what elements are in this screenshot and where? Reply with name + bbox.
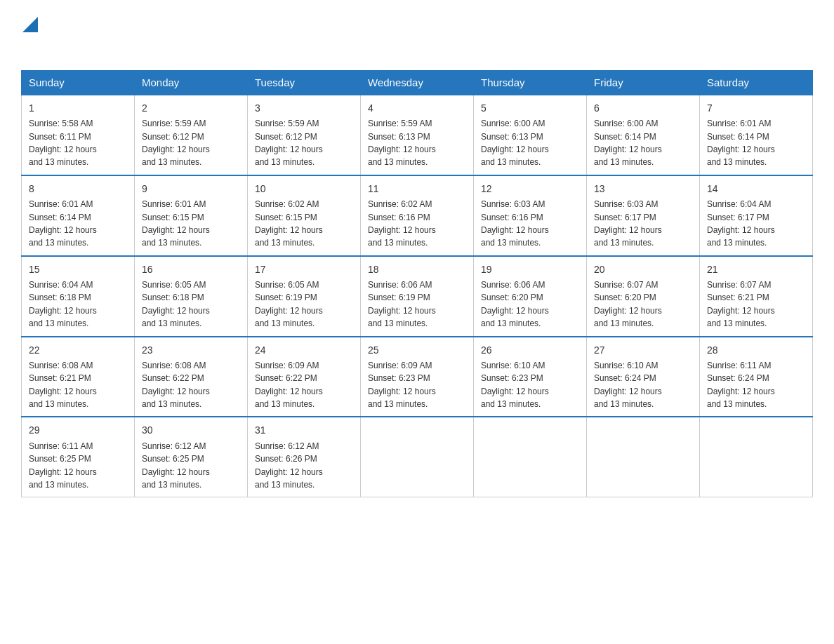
- calendar-cell: 31Sunrise: 6:12 AMSunset: 6:26 PMDayligh…: [248, 417, 361, 497]
- day-number: 1: [29, 101, 127, 115]
- calendar-table: SundayMondayTuesdayWednesdayThursdayFrid…: [21, 70, 813, 497]
- day-info: Sunrise: 6:05 AMSunset: 6:19 PMDaylight:…: [255, 280, 323, 328]
- day-info: Sunrise: 6:12 AMSunset: 6:25 PMDaylight:…: [142, 441, 210, 490]
- calendar-cell: 29Sunrise: 6:11 AMSunset: 6:25 PMDayligh…: [22, 417, 135, 497]
- logo: [21, 14, 38, 56]
- day-number: 7: [707, 101, 805, 115]
- day-number: 3: [255, 101, 353, 115]
- day-number: 15: [29, 262, 127, 276]
- day-number: 6: [594, 101, 692, 115]
- day-number: 4: [368, 101, 466, 115]
- header-thursday: Thursday: [474, 71, 587, 95]
- day-info: Sunrise: 6:03 AMSunset: 6:17 PMDaylight:…: [594, 199, 662, 248]
- day-info: Sunrise: 6:01 AMSunset: 6:14 PMDaylight:…: [29, 199, 97, 248]
- day-info: Sunrise: 6:12 AMSunset: 6:26 PMDaylight:…: [255, 441, 323, 490]
- day-info: Sunrise: 6:04 AMSunset: 6:18 PMDaylight:…: [29, 280, 97, 328]
- day-info: Sunrise: 6:05 AMSunset: 6:18 PMDaylight:…: [142, 280, 210, 328]
- calendar-cell: 17Sunrise: 6:05 AMSunset: 6:19 PMDayligh…: [248, 256, 361, 337]
- day-info: Sunrise: 6:08 AMSunset: 6:21 PMDaylight:…: [29, 361, 97, 409]
- header-sunday: Sunday: [22, 71, 135, 95]
- calendar-cell: 5Sunrise: 6:00 AMSunset: 6:13 PMDaylight…: [474, 95, 587, 175]
- page-header: [21, 14, 813, 56]
- day-number: 5: [481, 101, 579, 115]
- day-info: Sunrise: 6:02 AMSunset: 6:15 PMDaylight:…: [255, 199, 323, 248]
- day-number: 25: [368, 343, 466, 357]
- day-number: 10: [255, 182, 353, 196]
- calendar-week-row: 1Sunrise: 5:58 AMSunset: 6:11 PMDaylight…: [22, 95, 813, 175]
- calendar-cell: 12Sunrise: 6:03 AMSunset: 6:16 PMDayligh…: [474, 175, 587, 256]
- day-number: 22: [29, 343, 127, 357]
- header-tuesday: Tuesday: [248, 71, 361, 95]
- calendar-cell: 1Sunrise: 5:58 AMSunset: 6:11 PMDaylight…: [22, 95, 135, 175]
- day-number: 11: [368, 182, 466, 196]
- day-number: 21: [707, 262, 805, 276]
- day-info: Sunrise: 6:06 AMSunset: 6:20 PMDaylight:…: [481, 280, 549, 328]
- day-info: Sunrise: 5:59 AMSunset: 6:12 PMDaylight:…: [142, 119, 210, 167]
- day-number: 28: [707, 343, 805, 357]
- calendar-week-row: 8Sunrise: 6:01 AMSunset: 6:14 PMDaylight…: [22, 175, 813, 256]
- calendar-cell: [474, 417, 587, 497]
- day-info: Sunrise: 6:00 AMSunset: 6:13 PMDaylight:…: [481, 119, 549, 167]
- calendar-cell: 11Sunrise: 6:02 AMSunset: 6:16 PMDayligh…: [361, 175, 474, 256]
- day-info: Sunrise: 6:10 AMSunset: 6:23 PMDaylight:…: [481, 361, 549, 409]
- day-number: 24: [255, 343, 353, 357]
- calendar-cell: 26Sunrise: 6:10 AMSunset: 6:23 PMDayligh…: [474, 337, 587, 417]
- day-info: Sunrise: 5:59 AMSunset: 6:13 PMDaylight:…: [368, 119, 436, 167]
- calendar-cell: 18Sunrise: 6:06 AMSunset: 6:19 PMDayligh…: [361, 256, 474, 337]
- day-info: Sunrise: 6:07 AMSunset: 6:20 PMDaylight:…: [594, 280, 662, 328]
- day-info: Sunrise: 6:01 AMSunset: 6:14 PMDaylight:…: [707, 119, 775, 167]
- calendar-week-row: 22Sunrise: 6:08 AMSunset: 6:21 PMDayligh…: [22, 337, 813, 417]
- day-info: Sunrise: 6:03 AMSunset: 6:16 PMDaylight:…: [481, 199, 549, 248]
- calendar-cell: 24Sunrise: 6:09 AMSunset: 6:22 PMDayligh…: [248, 337, 361, 417]
- day-number: 19: [481, 262, 579, 276]
- calendar-cell: 25Sunrise: 6:09 AMSunset: 6:23 PMDayligh…: [361, 337, 474, 417]
- day-info: Sunrise: 6:01 AMSunset: 6:15 PMDaylight:…: [142, 199, 210, 248]
- day-number: 12: [481, 182, 579, 196]
- calendar-cell: [700, 417, 813, 497]
- day-number: 31: [255, 423, 353, 437]
- day-info: Sunrise: 6:06 AMSunset: 6:19 PMDaylight:…: [368, 280, 436, 328]
- calendar-cell: 30Sunrise: 6:12 AMSunset: 6:25 PMDayligh…: [135, 417, 248, 497]
- calendar-cell: 15Sunrise: 6:04 AMSunset: 6:18 PMDayligh…: [22, 256, 135, 337]
- day-info: Sunrise: 6:10 AMSunset: 6:24 PMDaylight:…: [594, 361, 662, 409]
- calendar-cell: 19Sunrise: 6:06 AMSunset: 6:20 PMDayligh…: [474, 256, 587, 337]
- day-number: 16: [142, 262, 240, 276]
- calendar-cell: 22Sunrise: 6:08 AMSunset: 6:21 PMDayligh…: [22, 337, 135, 417]
- calendar-cell: 23Sunrise: 6:08 AMSunset: 6:22 PMDayligh…: [135, 337, 248, 417]
- day-info: Sunrise: 6:09 AMSunset: 6:23 PMDaylight:…: [368, 361, 436, 409]
- calendar-week-row: 29Sunrise: 6:11 AMSunset: 6:25 PMDayligh…: [22, 417, 813, 497]
- day-number: 26: [481, 343, 579, 357]
- calendar-cell: 3Sunrise: 5:59 AMSunset: 6:12 PMDaylight…: [248, 95, 361, 175]
- header-monday: Monday: [135, 71, 248, 95]
- day-number: 23: [142, 343, 240, 357]
- calendar-week-row: 15Sunrise: 6:04 AMSunset: 6:18 PMDayligh…: [22, 256, 813, 337]
- calendar-cell: 7Sunrise: 6:01 AMSunset: 6:14 PMDaylight…: [700, 95, 813, 175]
- day-number: 18: [368, 262, 466, 276]
- header-saturday: Saturday: [700, 71, 813, 95]
- calendar-cell: 16Sunrise: 6:05 AMSunset: 6:18 PMDayligh…: [135, 256, 248, 337]
- day-info: Sunrise: 5:58 AMSunset: 6:11 PMDaylight:…: [29, 119, 97, 167]
- calendar-cell: 21Sunrise: 6:07 AMSunset: 6:21 PMDayligh…: [700, 256, 813, 337]
- calendar-cell: [361, 417, 474, 497]
- day-number: 29: [29, 423, 127, 437]
- svg-marker-0: [22, 17, 38, 32]
- day-number: 8: [29, 182, 127, 196]
- logo-triangle-icon: [22, 14, 38, 32]
- day-info: Sunrise: 6:11 AMSunset: 6:25 PMDaylight:…: [29, 441, 97, 490]
- calendar-cell: 9Sunrise: 6:01 AMSunset: 6:15 PMDaylight…: [135, 175, 248, 256]
- calendar-cell: 4Sunrise: 5:59 AMSunset: 6:13 PMDaylight…: [361, 95, 474, 175]
- day-number: 14: [707, 182, 805, 196]
- day-info: Sunrise: 6:04 AMSunset: 6:17 PMDaylight:…: [707, 199, 775, 248]
- calendar-cell: 28Sunrise: 6:11 AMSunset: 6:24 PMDayligh…: [700, 337, 813, 417]
- header-wednesday: Wednesday: [361, 71, 474, 95]
- day-number: 27: [594, 343, 692, 357]
- day-number: 17: [255, 262, 353, 276]
- calendar-cell: 20Sunrise: 6:07 AMSunset: 6:20 PMDayligh…: [587, 256, 700, 337]
- calendar-header-row: SundayMondayTuesdayWednesdayThursdayFrid…: [22, 71, 813, 95]
- day-info: Sunrise: 6:09 AMSunset: 6:22 PMDaylight:…: [255, 361, 323, 409]
- calendar-cell: 27Sunrise: 6:10 AMSunset: 6:24 PMDayligh…: [587, 337, 700, 417]
- day-number: 20: [594, 262, 692, 276]
- day-info: Sunrise: 6:07 AMSunset: 6:21 PMDaylight:…: [707, 280, 775, 328]
- calendar-cell: 8Sunrise: 6:01 AMSunset: 6:14 PMDaylight…: [22, 175, 135, 256]
- day-info: Sunrise: 6:08 AMSunset: 6:22 PMDaylight:…: [142, 361, 210, 409]
